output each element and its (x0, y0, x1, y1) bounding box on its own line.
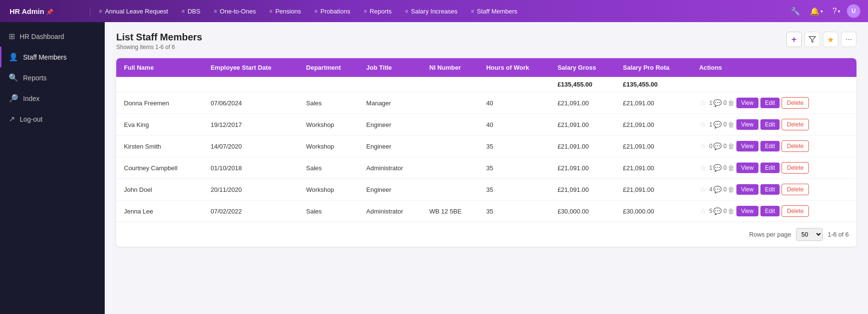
favourite-star-icon[interactable]: ☆ (699, 163, 707, 173)
department: Workshop (301, 179, 361, 201)
view-button[interactable]: View (736, 206, 758, 216)
delete-button[interactable]: Delete (782, 205, 809, 217)
hours-of-work: 35 (481, 179, 552, 201)
trash-icon[interactable]: 🗑 (728, 164, 734, 172)
view-button[interactable]: View (736, 141, 758, 151)
delete-button[interactable]: Delete (782, 184, 809, 195)
salary-gross: £21,091.00 (553, 92, 618, 114)
reports-icon: 🔍 (9, 73, 18, 82)
help-button[interactable]: ?▾ (830, 5, 843, 17)
nav-item-salary-increases[interactable]: ≡Salary Increases (398, 0, 464, 22)
comment-icon[interactable]: 💬 (713, 186, 721, 193)
add-button[interactable]: + (786, 32, 802, 47)
edit-button[interactable]: Edit (760, 184, 780, 195)
favourite-star-icon[interactable]: ☆ (699, 206, 707, 216)
nav-item-label: Pensions (275, 8, 301, 15)
nav-item-annual-leave[interactable]: ≡Annual Leave Request (92, 0, 175, 22)
col-header-ni-number: NI Number (425, 58, 481, 77)
table-footer: Rows per page 50 25 100 1-6 of 6 (116, 222, 856, 247)
nav-item-dbs[interactable]: ≡DBS (175, 0, 207, 22)
favourite-button[interactable]: ★ (823, 32, 838, 47)
table-row: Kirsten Smith14/07/2020WorkshopEngineer3… (116, 136, 856, 157)
sidebar-item-reports[interactable]: 🔍Reports (0, 67, 105, 88)
view-button[interactable]: View (736, 184, 758, 195)
salary-pro-rota: £21,091.00 (618, 136, 695, 157)
col-header-actions: Actions (694, 58, 856, 77)
comment-icon[interactable]: 💬 (713, 142, 721, 150)
trash-icon[interactable]: 🗑 (728, 99, 734, 107)
view-button[interactable]: View (736, 119, 758, 130)
nav-item-pensions[interactable]: ≡Pensions (263, 0, 308, 22)
total-salary-pro-rota: £135,455.00 (618, 77, 695, 92)
edit-button[interactable]: Edit (760, 119, 780, 130)
department: Sales (301, 92, 361, 114)
main-layout: ⊞HR Dashboard👤Staff Members🔍Reports🔎Inde… (0, 22, 868, 314)
trash-count: 0 (723, 121, 727, 128)
actions-cell: ☆ 1 💬 0 🗑 View Edit Delete (694, 157, 856, 179)
start-date: 20/11/2020 (206, 179, 301, 201)
comment-icon[interactable]: 💬 (713, 99, 721, 107)
salary-gross: £30,000.00 (553, 201, 618, 222)
sidebar-item-log-out[interactable]: ↗Log-out (0, 109, 105, 129)
delete-button[interactable]: Delete (782, 162, 809, 174)
col-header-salary-pro-rota: Salary Pro Rota (618, 58, 695, 77)
more-options-button[interactable]: ··· (841, 32, 856, 47)
staff-table-card: Full NameEmployee Start DateDepartmentJo… (116, 58, 856, 247)
department: Workshop (301, 136, 361, 157)
sidebar-label: Reports (23, 74, 47, 82)
delete-button[interactable]: Delete (782, 97, 809, 109)
notifications-button[interactable]: 🔔▾ (807, 5, 826, 18)
pagination-info: 1-6 of 6 (828, 231, 849, 238)
trash-icon[interactable]: 🗑 (728, 121, 734, 128)
start-date: 14/07/2020 (206, 136, 301, 157)
nav-item-staff-members[interactable]: ≡Staff Members (464, 0, 524, 22)
search-icon[interactable]: 🔧 (788, 5, 803, 18)
trash-icon[interactable]: 🗑 (728, 207, 734, 215)
sidebar-item-hr-dashboard[interactable]: ⊞HR Dashboard (0, 26, 105, 47)
job-title: Administrator (362, 201, 425, 222)
staff-table: Full NameEmployee Start DateDepartmentJo… (116, 58, 856, 222)
totals-cell-2 (301, 77, 361, 92)
totals-row: £135,455.00£135,455.00 (116, 77, 856, 92)
department: Sales (301, 201, 361, 222)
full-name: Donna Freemen (116, 92, 206, 114)
hours-of-work: 40 (481, 92, 552, 114)
trash-area: 0 🗑 (723, 121, 734, 128)
row-actions: ☆ 1 💬 0 🗑 View Edit Delete (699, 162, 852, 174)
menu-icon: ≡ (182, 8, 184, 14)
edit-button[interactable]: Edit (760, 141, 780, 151)
actions-cell: ☆ 0 💬 0 🗑 View Edit Delete (694, 136, 856, 157)
user-avatar[interactable]: U (847, 4, 860, 18)
comment-icon[interactable]: 💬 (713, 164, 721, 172)
trash-icon[interactable]: 🗑 (728, 142, 734, 150)
comment-icon[interactable]: 💬 (713, 207, 721, 215)
edit-button[interactable]: Edit (760, 206, 780, 216)
nav-item-one-to-ones[interactable]: ≡One-to-Ones (207, 0, 263, 22)
nav-items: ≡Annual Leave Request≡DBS≡One-to-Ones≡Pe… (92, 0, 784, 22)
nav-item-reports[interactable]: ≡Reports (357, 0, 398, 22)
nav-item-probations[interactable]: ≡Probations (308, 0, 357, 22)
view-button[interactable]: View (736, 163, 758, 173)
sidebar-item-staff-members[interactable]: 👤Staff Members (0, 47, 105, 67)
edit-button[interactable]: Edit (760, 163, 780, 173)
favourite-star-icon[interactable]: ☆ (699, 98, 707, 108)
view-button[interactable]: View (736, 98, 758, 108)
nav-item-label: Staff Members (477, 8, 517, 15)
favourite-star-icon[interactable]: ☆ (699, 141, 707, 151)
start-date: 07/02/2022 (206, 201, 301, 222)
trash-icon[interactable]: 🗑 (728, 186, 734, 193)
delete-button[interactable]: Delete (782, 119, 809, 130)
nav-item-label: Reports (370, 8, 392, 15)
delete-button[interactable]: Delete (782, 140, 809, 152)
favourite-star-icon[interactable]: ☆ (699, 119, 707, 130)
favourite-star-icon[interactable]: ☆ (699, 184, 707, 195)
rows-per-page-label: Rows per page (749, 231, 791, 238)
edit-button[interactable]: Edit (760, 98, 780, 108)
sidebar-item-index[interactable]: 🔎Index (0, 88, 105, 109)
comment-icon[interactable]: 💬 (713, 121, 721, 128)
filter-button[interactable] (805, 32, 820, 47)
nav-right: 🔧 🔔▾ ?▾ U (784, 4, 864, 18)
rows-per-page-select[interactable]: 50 25 100 (796, 228, 823, 241)
nav-item-label: One-to-Ones (220, 8, 256, 15)
log-out-icon: ↗ (9, 114, 15, 124)
